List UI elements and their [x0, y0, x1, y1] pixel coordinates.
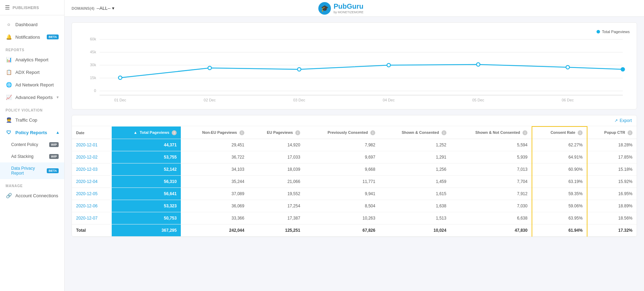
sort-up-icon: ▲	[133, 130, 137, 135]
domains-selector[interactable]: DOMAINS(4) --ALL-- ▾	[72, 6, 114, 11]
cell-shown-consented: 1,256	[379, 163, 451, 176]
svg-text:04 Dec: 04 Dec	[383, 98, 395, 102]
cell-total-pv: 52,142	[112, 163, 181, 176]
sidebar-item-adnetwork[interactable]: 🌐 Ad Network Report	[0, 78, 64, 91]
cell-shown-consented: 1,513	[379, 212, 451, 224]
cell-shown-consented: 1,459	[379, 176, 451, 188]
info-icon[interactable]: i	[295, 130, 300, 135]
sidebar-item-advanced[interactable]: 📈 Advanced Reports ▾	[0, 91, 64, 104]
cell-shown-not-consented: 7,704	[451, 176, 532, 188]
sidebar-item-notifications[interactable]: 🔔 Notifications BETA	[0, 31, 64, 43]
cell-non-eu: 36,722	[181, 151, 249, 163]
svg-text:45k: 45k	[90, 50, 96, 54]
chevron-up-icon: ▴	[57, 130, 59, 135]
col-header-popup-ctr: Popup CTR i	[587, 127, 637, 139]
export-label: Export	[620, 118, 632, 123]
sidebar-item-adx[interactable]: 📋 ADX Report	[0, 66, 64, 78]
export-button[interactable]: ↗ Export	[614, 118, 632, 123]
cell-date: 2020-12-06	[72, 200, 112, 212]
info-icon[interactable]: i	[628, 130, 632, 135]
cell-shown-consented: 1,638	[379, 200, 451, 212]
info-icon[interactable]: i	[370, 130, 375, 135]
info-icon[interactable]: i	[442, 130, 446, 135]
cell-total-pv: 53,323	[112, 200, 181, 212]
cell-consent-rate: 64.91%	[532, 151, 587, 163]
beta-badge: BETA	[47, 168, 59, 173]
cell-date: 2020-12-01	[72, 139, 112, 151]
sidebar-item-content-policy[interactable]: Content Policy WIP	[0, 139, 64, 151]
sidebar-item-data-privacy[interactable]: Data Privacy Report BETA	[0, 162, 64, 179]
cell-eu: 19,552	[249, 188, 304, 200]
cell-total-non-eu: 242,044	[181, 224, 249, 237]
sidebar-item-label: Account Connections	[15, 193, 58, 198]
sidebar-item-account[interactable]: 🔗 Account Connections	[0, 189, 64, 202]
cell-eu: 14,920	[249, 139, 304, 151]
export-icon: ↗	[614, 118, 618, 123]
sidebar-item-label: Data Privacy Report	[11, 166, 43, 176]
sidebar-item-trafficcop[interactable]: 👮 Traffic Cop	[0, 114, 64, 126]
sidebar-item-analytics[interactable]: 📊 Analytics Report	[0, 53, 64, 66]
col-header-total-pv[interactable]: ▲ Total Pageviews i	[112, 127, 181, 139]
cell-consent-rate: 59.35%	[532, 188, 587, 200]
account-icon: 🔗	[6, 193, 12, 198]
dropdown-arrow-icon: ▾	[112, 6, 114, 11]
policy-reports-icon: 🛡	[6, 130, 12, 135]
sidebar-item-dashboard[interactable]: ○ Dashboard	[0, 18, 64, 31]
cell-total-shown-consented: 10,024	[379, 224, 451, 237]
info-icon[interactable]: i	[239, 130, 244, 135]
cell-eu: 18,039	[249, 163, 304, 176]
domains-dropdown[interactable]: --ALL-- ▾	[96, 6, 114, 11]
sidebar-item-label: Dashboard	[15, 22, 38, 27]
cell-shown-not-consented: 7,030	[451, 200, 532, 212]
cell-shown-not-consented: 5,939	[451, 151, 532, 163]
cell-total-shown-not-consented: 47,830	[451, 224, 532, 237]
sidebar-item-label: Content Policy	[11, 142, 38, 147]
svg-text:30k: 30k	[90, 63, 96, 67]
cell-non-eu: 33,366	[181, 212, 249, 224]
cell-prev-consented: 7,982	[304, 139, 379, 151]
cell-total-pv: 50,753	[112, 212, 181, 224]
sidebar-header: ☰ PUBLISHERS	[0, 0, 64, 15]
cell-date: 2020-12-02	[72, 151, 112, 163]
publishers-label: PUBLISHERS	[13, 6, 39, 10]
hamburger-icon[interactable]: ☰	[5, 4, 10, 11]
cell-eu: 21,066	[249, 176, 304, 188]
cell-popup-ctr: 16.95%	[587, 188, 637, 200]
col-header-prev-consented: Previously Consented i	[304, 127, 379, 139]
cell-consent-rate: 60.90%	[532, 163, 587, 176]
cell-prev-consented: 9,941	[304, 188, 379, 200]
cell-popup-ctr: 17.85%	[587, 151, 637, 163]
analytics-icon: 📊	[6, 57, 12, 62]
table-total-row: Total 367,295 242,044 125,251 67,826 10,…	[72, 224, 637, 237]
logo-icon: 🎓	[318, 2, 331, 15]
cell-prev-consented: 10,263	[304, 212, 379, 224]
cell-total-label: Total	[72, 224, 112, 237]
svg-point-21	[476, 63, 480, 66]
table-row: 2020-12-01 44,371 29,451 14,920 7,982 1,…	[72, 139, 637, 151]
manage-section-label: MANAGE	[0, 179, 64, 189]
sidebar-item-label: Ad Network Report	[15, 82, 54, 87]
chart-svg: 60k 45k 30k 15k 0 01 Dec 02 Dec 03 Dec 0…	[79, 36, 630, 106]
col-header-non-eu: Non-EU Pageviews i	[181, 127, 249, 139]
sidebar-item-ad-stacking[interactable]: Ad Stacking WIP	[0, 151, 64, 162]
table-row: 2020-12-04 56,310 35,244 21,066 11,771 1…	[72, 176, 637, 188]
cell-popup-ctr: 15.18%	[587, 163, 637, 176]
cell-shown-consented: 1,615	[379, 188, 451, 200]
sidebar-item-policy-reports[interactable]: 🛡 Policy Reports ▴	[0, 126, 64, 139]
cell-non-eu: 35,244	[181, 176, 249, 188]
table-row: 2020-12-05 56,641 37,089 19,552 9,941 1,…	[72, 188, 637, 200]
cell-date: 2020-12-03	[72, 163, 112, 176]
topbar: DOMAINS(4) --ALL-- ▾ 🎓 PubGuru by MONETI…	[65, 0, 644, 17]
info-icon[interactable]: i	[172, 130, 177, 135]
cell-consent-rate: 63.19%	[532, 176, 587, 188]
wip-badge: WIP	[49, 142, 59, 147]
cell-total-eu: 125,251	[249, 224, 304, 237]
dashboard-icon: ○	[6, 22, 12, 27]
cell-consent-rate: 59.06%	[532, 200, 587, 212]
info-icon[interactable]: i	[523, 130, 527, 135]
adx-icon: 📋	[6, 69, 12, 75]
svg-text:02 Dec: 02 Dec	[204, 98, 216, 102]
table-row: 2020-12-03 52,142 34,103 18,039 9,668 1,…	[72, 163, 637, 176]
cell-popup-ctr: 18.28%	[587, 139, 637, 151]
info-icon[interactable]: i	[578, 130, 583, 135]
